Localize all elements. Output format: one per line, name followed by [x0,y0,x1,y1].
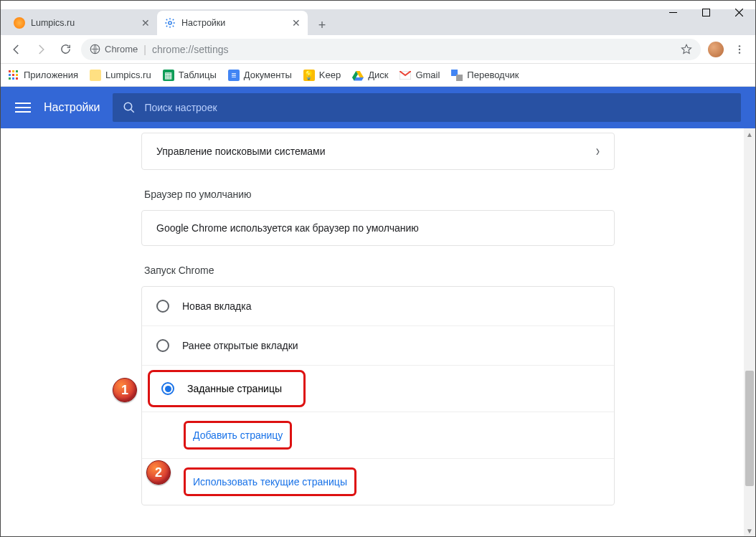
scroll-track[interactable] [744,140,755,525]
bookmark-drive[interactable]: Диск [352,70,388,81]
svg-point-1 [169,22,171,24]
tab-title: Настройки [181,18,286,28]
svg-point-3 [739,45,740,47]
tab-title: Lumpics.ru [31,18,136,28]
keep-icon: 💡 [303,70,315,81]
bookmark-lumpics[interactable]: Lumpics.ru [90,70,151,81]
settings-content: Управление поисковыми системами Браузер … [1,128,755,536]
title-bar [1,1,755,9]
bookmark-label: Lumpics.ru [105,70,151,80]
annotation-marker-1: 1 [113,378,137,402]
settings-title: Настройки [44,101,100,114]
manage-search-engines-row[interactable]: Управление поисковыми системами [142,133,614,169]
bookmark-label: Переводчик [467,70,519,80]
tab-settings[interactable]: Настройки ✕ [157,11,308,35]
window-controls [656,1,755,24]
svg-rect-12 [9,77,11,80]
add-page-button[interactable]: Добавить страницу [193,429,283,441]
gear-icon [164,17,176,29]
site-info-icon[interactable]: Chrome [90,44,138,54]
svg-rect-10 [12,74,14,76]
sheets-icon: ▦ [163,70,174,81]
tab-close-icon[interactable]: ✕ [292,17,301,29]
bookmark-apps[interactable]: Приложения [8,70,78,81]
svg-rect-0 [702,9,709,16]
vertical-scrollbar[interactable]: ▲ ▼ [744,128,755,536]
radio-label: Ранее открытые вкладки [182,340,298,351]
nav-toolbar: Chrome | chrome://settings [1,35,755,64]
scroll-up-arrow-icon[interactable]: ▲ [744,128,755,140]
scroll-down-arrow-icon[interactable]: ▼ [744,525,755,536]
svg-point-4 [739,48,740,49]
translate-icon [451,70,463,81]
bookmark-sheets[interactable]: ▦ Таблицы [163,70,217,81]
svg-point-18 [125,103,133,110]
reload-button[interactable] [57,41,74,58]
radio-label: Новая вкладка [182,300,252,312]
default-browser-status: Google Chrome используется как браузер п… [142,211,614,245]
profile-avatar[interactable] [708,42,724,57]
annotation-highlight-2b: Использовать текущие страницы [184,467,356,496]
bookmark-translate[interactable]: Переводчик [451,70,519,81]
address-bar[interactable]: Chrome | chrome://settings [81,39,701,60]
svg-rect-9 [9,74,11,76]
search-engines-card: Управление поисковыми системами [141,133,615,170]
radio-icon [156,339,169,352]
forward-button[interactable] [32,41,49,58]
omnibox-url: chrome://settings [152,44,229,55]
tab-close-icon[interactable]: ✕ [141,17,150,29]
startup-add-page-row: Добавить страницу [142,412,614,458]
apps-grid-icon [8,70,19,81]
minimize-button[interactable] [656,1,689,24]
svg-rect-7 [12,70,14,72]
annotation-highlight-2a: Добавить страницу [184,421,292,450]
section-title-startup: Запуск Chrome [141,246,615,286]
svg-rect-17 [456,75,463,81]
hamburger-menu-button[interactable] [15,100,31,115]
back-button[interactable] [8,41,25,58]
tab-lumpics[interactable]: Lumpics.ru ✕ [6,11,157,35]
bookmark-label: Приложения [24,70,78,80]
radio-label: Заданные страницы [187,383,282,394]
svg-rect-8 [16,70,18,72]
bookmark-label: Keep [319,70,341,80]
drive-icon [352,70,364,81]
startup-card: Новая вкладка Ранее открытые вкладки 1 З… [141,286,615,505]
bookmarks-bar: Приложения Lumpics.ru ▦ Таблицы ≡ Докуме… [1,64,755,87]
settings-page: Управление поисковыми системами Браузер … [1,128,755,536]
startup-use-current-row: 2 Использовать текущие страницы [142,459,614,505]
tab-strip: Lumpics.ru ✕ Настройки ✕ + [1,9,755,35]
svg-rect-13 [12,77,14,80]
use-current-pages-button[interactable]: Использовать текущие страницы [193,476,347,488]
startup-option-new-tab[interactable]: Новая вкладка [142,287,614,325]
settings-search-input[interactable] [144,102,731,113]
radio-icon [161,382,174,395]
gmail-icon [400,70,411,81]
startup-option-restore[interactable]: Ранее открытые вкладки [142,326,614,365]
settings-header: Настройки [1,87,755,128]
close-button[interactable] [722,1,755,24]
bookmark-docs[interactable]: ≡ Документы [228,70,292,81]
svg-point-5 [739,52,740,53]
new-tab-button[interactable]: + [312,15,332,35]
settings-search-bar[interactable] [113,93,741,122]
bookmark-label: Таблицы [179,70,217,80]
bookmark-star-icon[interactable] [681,44,692,55]
svg-rect-14 [16,77,18,80]
kebab-menu-button[interactable] [731,41,748,58]
search-icon [123,101,136,114]
bookmark-label: Документы [244,70,292,80]
bookmark-label: Gmail [415,70,440,80]
browser-window: Lumpics.ru ✕ Настройки ✕ + Chrome | [0,0,756,537]
default-browser-card: Google Chrome используется как браузер п… [141,210,615,246]
bookmark-keep[interactable]: 💡 Keep [303,70,341,81]
radio-icon [156,300,169,313]
annotation-highlight-1: 1 Заданные страницы [148,370,306,407]
bookmark-label: Диск [368,70,388,80]
folder-icon [90,70,101,81]
svg-rect-6 [9,70,11,72]
annotation-marker-2: 2 [146,460,171,485]
bookmark-gmail[interactable]: Gmail [400,70,440,81]
scroll-thumb[interactable] [745,371,754,486]
maximize-button[interactable] [689,1,722,24]
